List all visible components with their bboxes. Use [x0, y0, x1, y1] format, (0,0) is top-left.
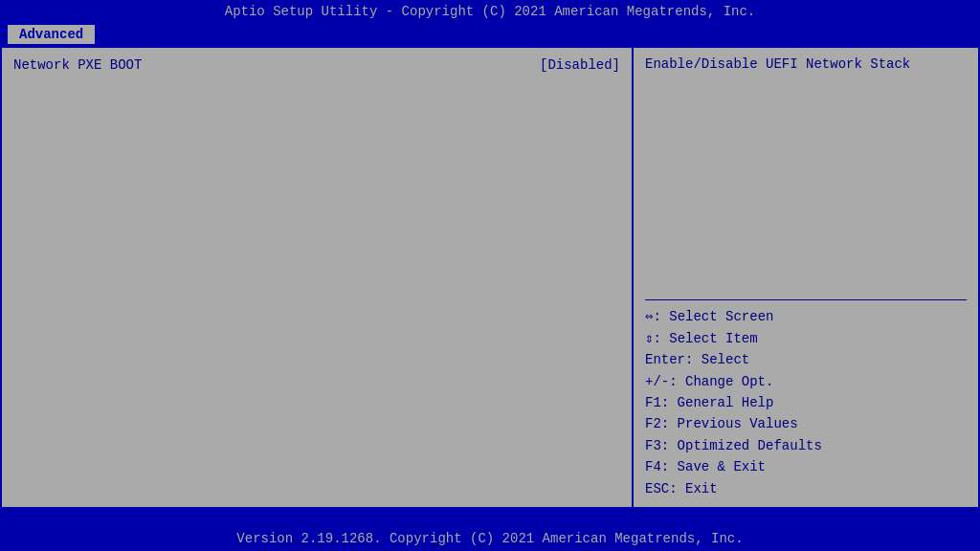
- key-row-4: F1: General Help: [645, 392, 967, 413]
- key-help: ⇔: Select Screen ⇕: Select Item Enter: S…: [645, 306, 967, 499]
- key-row-7: F4: Save & Exit: [645, 456, 967, 477]
- footer-text: Version 2.19.1268. Copyright (C) 2021 Am…: [236, 531, 743, 546]
- setting-value: [Disabled]: [540, 57, 620, 73]
- key-row-5: F2: Previous Values: [645, 413, 967, 434]
- setting-label: Network PXE BOOT: [13, 57, 142, 73]
- divider: [645, 299, 967, 300]
- header-bar: Aptio Setup Utility - Copyright (C) 2021…: [0, 0, 980, 23]
- key-row-0: ⇔: Select Screen: [645, 306, 967, 327]
- help-text: Enable/Disable UEFI Network Stack: [645, 55, 967, 294]
- left-panel: Network PXE BOOT [Disabled]: [2, 48, 634, 507]
- main-area: Network PXE BOOT [Disabled] Enable/Disab…: [0, 46, 980, 509]
- header-title: Aptio Setup Utility - Copyright (C) 2021…: [225, 4, 756, 19]
- tab-bar: Advanced: [0, 23, 980, 46]
- key-row-3: +/-: Change Opt.: [645, 371, 967, 392]
- key-row-6: F3: Optimized Defaults: [645, 435, 967, 456]
- key-row-2: Enter: Select: [645, 349, 967, 370]
- footer-bar: Version 2.19.1268. Copyright (C) 2021 Am…: [0, 526, 980, 551]
- key-row-1: ⇕: Select Item: [645, 328, 967, 349]
- key-row-8: ESC: Exit: [645, 478, 967, 499]
- right-panel: Enable/Disable UEFI Network Stack ⇔: Sel…: [634, 48, 978, 507]
- setting-row[interactable]: Network PXE BOOT [Disabled]: [13, 55, 620, 75]
- tab-advanced[interactable]: Advanced: [8, 25, 95, 44]
